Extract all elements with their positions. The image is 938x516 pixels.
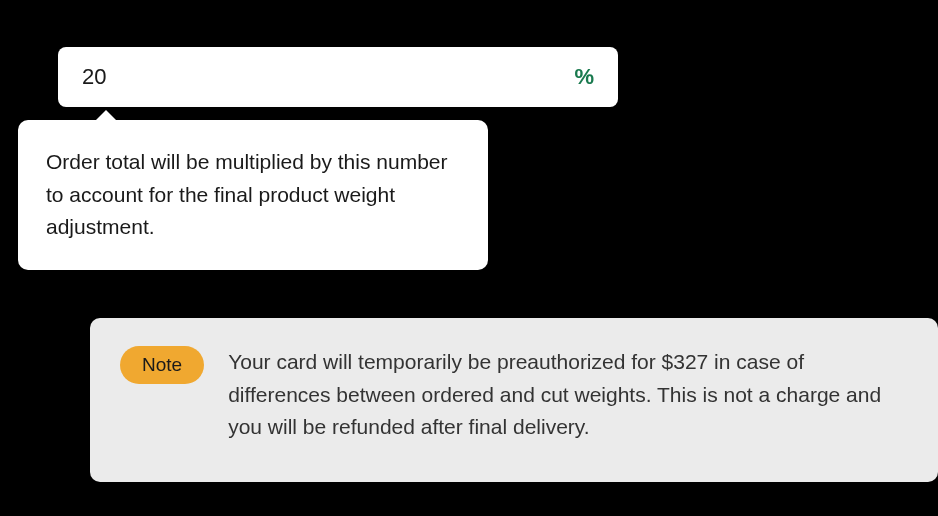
tooltip: Order total will be multiplied by this n… bbox=[18, 120, 488, 270]
tooltip-text: Order total will be multiplied by this n… bbox=[46, 150, 448, 238]
percent-icon: % bbox=[574, 64, 594, 90]
percentage-input[interactable] bbox=[82, 64, 492, 90]
percentage-input-container[interactable]: % bbox=[58, 47, 618, 107]
note-badge: Note bbox=[120, 346, 204, 384]
note-panel: Note Your card will temporarily be preau… bbox=[90, 318, 938, 482]
note-text: Your card will temporarily be preauthori… bbox=[228, 346, 908, 444]
